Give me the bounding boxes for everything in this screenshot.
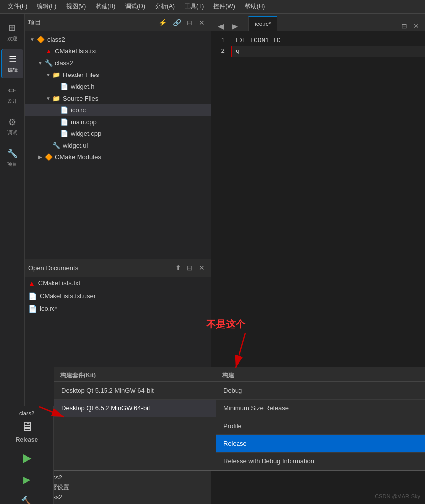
tree-label: widget.ui — [63, 142, 207, 149]
tree-item-cmake-modules[interactable]: ▶ 🔶 CMake Modules — [25, 151, 211, 163]
sidebar-edit-label: 编辑 — [8, 67, 18, 74]
tree-arrow: ▼ — [44, 96, 52, 101]
sidebar-item-project[interactable]: 🔧 项目 — [1, 143, 23, 173]
open-docs-split-icon[interactable]: ⊟ — [185, 263, 195, 273]
folder-icon: 🔧 — [44, 59, 53, 67]
doc-file-icon: 📄 — [28, 292, 37, 300]
close-icon[interactable]: ✕ — [197, 18, 207, 27]
file-tree[interactable]: ▼ 🔶 class2 ▲ CMakeLists.txt ▼ 🔧 cla — [25, 31, 211, 259]
sidebar-item-welcome[interactable]: ⊞ 欢迎 — [1, 18, 23, 47]
open-docs-title: Open Documents — [28, 264, 78, 272]
build-profile[interactable]: Profile — [216, 417, 425, 435]
filter-icon[interactable]: ⚡ — [157, 18, 169, 27]
sidebar-item-design[interactable]: ✏ 设计 — [1, 80, 23, 110]
sidebar-debug-label: 调试 — [7, 129, 17, 136]
annotation-arrows — [186, 314, 285, 412]
menu-bar: 文件(F) 编辑(E) 视图(V) 构建(B) 调试(D) 分析(A) 工具(T… — [0, 0, 425, 14]
doc-item-cmakelists[interactable]: ▲ CMakeLists.txt — [25, 277, 211, 290]
split-editor-icon[interactable]: ⊟ — [399, 21, 409, 31]
svg-line-1 — [236, 333, 245, 368]
editor-tab-ico-rc[interactable]: ico.rc* — [248, 16, 277, 31]
doc-item-ico-rc[interactable]: 📄 ico.rc* — [25, 302, 211, 315]
tree-arrow: ▼ — [36, 60, 44, 66]
tree-label: class2 — [55, 59, 207, 67]
tab-nav-next[interactable]: ▶ — [229, 22, 240, 31]
cpp-file-icon: 📄 — [60, 118, 69, 126]
run-button[interactable]: ▶ — [18, 449, 36, 467]
line-numbers: 1 2 — [211, 31, 231, 259]
rc-file-icon: 📄 — [60, 106, 69, 114]
sidebar-welcome-label: 欢迎 — [7, 35, 17, 42]
doc-label: CMakeLists.txt.user — [40, 292, 96, 300]
status-deploy: 部署: 部署设置 — [30, 482, 205, 492]
tree-item-class2-root[interactable]: ▼ 🔶 class2 — [25, 33, 211, 45]
tree-item-cmakelists-root[interactable]: ▲ CMakeLists.txt — [25, 45, 211, 57]
annotation-arrow2 — [25, 402, 123, 441]
editor-content: 1 2 IDI_ICON1 IC q — [211, 31, 425, 259]
doc-item-cmakelistsuser[interactable]: 📄 CMakeLists.txt.user — [25, 290, 211, 302]
sidebar-project-label: 项目 — [7, 161, 17, 168]
close-editor-icon[interactable]: ✕ — [411, 21, 421, 31]
sidebar-item-edit[interactable]: ☰ 编辑 — [1, 49, 23, 78]
h-file-icon: 📄 — [60, 83, 69, 90]
tree-item-widget-cpp[interactable]: 📄 widget.cpp — [25, 127, 211, 139]
svg-line-3 — [39, 407, 64, 417]
project-panel: 项目 ⚡ 🔗 ⊟ ✕ ▼ 🔶 class2 — [25, 14, 211, 259]
code-line-1: IDI_ICON1 IC — [231, 35, 425, 46]
tree-label: CMake Modules — [55, 153, 207, 161]
tree-label: widget.cpp — [71, 130, 207, 137]
menu-analysis[interactable]: 分析(A) — [151, 1, 179, 12]
line-number-1: 1 — [211, 35, 225, 46]
tree-label: widget.h — [71, 83, 207, 90]
open-docs-up-icon[interactable]: ⬆ — [173, 263, 183, 273]
ui-file-icon: 🔧 — [52, 142, 61, 149]
doc-label: CMakeLists.txt — [38, 279, 80, 287]
tab-nav-prev[interactable]: ◀ — [215, 22, 227, 31]
split-icon[interactable]: ⊟ — [185, 18, 195, 27]
tree-icon-root: 🔶 — [36, 36, 45, 43]
menu-debug[interactable]: 调试(D) — [121, 1, 149, 12]
menu-widget[interactable]: 控件(W) — [210, 1, 239, 12]
tree-item-class2-sub[interactable]: ▼ 🔧 class2 — [25, 57, 211, 69]
tree-item-ico-rc[interactable]: 📄 ico.rc — [25, 104, 211, 116]
tab-label: ico.rc* — [255, 21, 271, 27]
editor-area: ◀ ▶ ico.rc* ⊟ ✕ 1 2 — [211, 14, 425, 259]
open-docs-header: Open Documents ⬆ ⊟ ✕ — [25, 259, 211, 277]
code-content[interactable]: IDI_ICON1 IC q — [231, 31, 425, 259]
doc-rc-icon: 📄 — [28, 305, 37, 313]
menu-file[interactable]: 文件(F) — [4, 1, 31, 12]
hammer-button[interactable]: 🔨 — [18, 492, 36, 504]
tree-item-main-cpp[interactable]: 📄 main.cpp — [25, 116, 211, 127]
menu-tools[interactable]: 工具(T) — [181, 1, 208, 12]
tree-item-widget-h[interactable]: 📄 widget.h — [25, 80, 211, 92]
menu-edit[interactable]: 编辑(E) — [33, 1, 60, 12]
run-buttons: ▶ ▶ 🔨 — [18, 449, 36, 504]
open-docs-close-icon[interactable]: ✕ — [197, 263, 207, 273]
sidebar-design-label: 设计 — [7, 98, 17, 105]
tree-item-source-files[interactable]: ▼ 📁 Source Files — [25, 92, 211, 104]
status-run: 运行: class2 — [30, 492, 205, 502]
link-icon[interactable]: 🔗 — [171, 18, 183, 27]
line-number-2: 2 — [211, 46, 225, 57]
sidebar-item-debug[interactable]: ⚙ 调试 — [1, 112, 23, 141]
menu-help[interactable]: 帮助(H) — [241, 1, 269, 12]
tree-arrow: ▼ — [44, 72, 52, 77]
run-step-button[interactable]: ▶ — [18, 471, 36, 488]
cmake-modules-icon: 🔶 — [44, 153, 53, 161]
cpp-file-icon2: 📄 — [60, 130, 69, 137]
menu-build[interactable]: 构建(B) — [92, 1, 119, 12]
build-release-debug-info[interactable]: Release with Debug Information — [216, 453, 425, 470]
tree-label: Header Files — [63, 71, 207, 78]
doc-label: ico.rc* — [40, 305, 57, 312]
build-release[interactable]: Release — [216, 435, 425, 453]
debug-icon: ⚙ — [7, 117, 18, 127]
tree-label: main.cpp — [71, 118, 207, 126]
tree-item-header-files[interactable]: ▼ 📁 Header Files — [25, 69, 211, 80]
tree-label: CMakeLists.txt — [55, 48, 207, 55]
editor-tabs: ◀ ▶ ico.rc* ⊟ ✕ — [211, 14, 425, 31]
design-icon: ✏ — [7, 85, 18, 96]
tree-label: Source Files — [63, 95, 207, 102]
doc-cmake-icon: ▲ — [28, 279, 35, 287]
tree-item-widget-ui[interactable]: 🔧 widget.ui — [25, 139, 211, 151]
menu-view[interactable]: 视图(V) — [62, 1, 90, 12]
